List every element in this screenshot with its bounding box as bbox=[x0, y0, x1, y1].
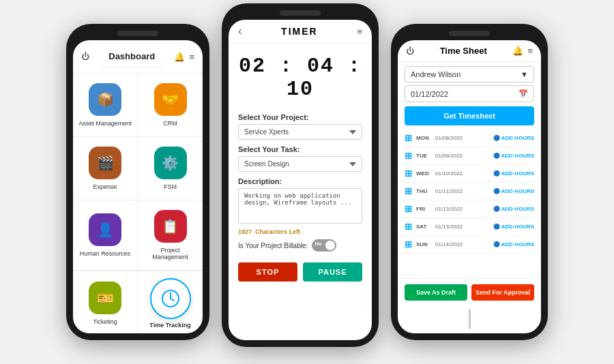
time-tracking-icon bbox=[150, 278, 191, 319]
day-thu: THU bbox=[416, 188, 435, 194]
day-wed: WED bbox=[416, 170, 435, 177]
fsm-icon: ⚙️ bbox=[154, 147, 187, 179]
day-mon: MON bbox=[416, 135, 435, 141]
ts-row-sat: ⊞ SAT 01/13/2022 🔵 ADD HOURS bbox=[398, 218, 541, 236]
task-select[interactable]: Screen Design bbox=[238, 156, 362, 172]
timesheet-footer: Save As Draft Send For Approval bbox=[398, 278, 541, 306]
plus-icon-mon[interactable]: ⊞ bbox=[405, 133, 412, 143]
power-icon[interactable]: ⏻ bbox=[81, 52, 89, 61]
grid-ticketing[interactable]: 🎫 Ticketing bbox=[73, 271, 138, 333]
desc-textarea[interactable]: Working on web application design, Wiref… bbox=[238, 188, 362, 224]
day-tue: TUE bbox=[416, 153, 435, 159]
timer-title: TIMER bbox=[281, 26, 318, 37]
add-hours-sun[interactable]: 🔵 ADD HOURS bbox=[493, 241, 534, 247]
plus-icon-wed[interactable]: ⊞ bbox=[405, 168, 412, 179]
chars-left: 1927 Characters Left bbox=[238, 228, 362, 235]
timesheet-rows: ⊞ MON 01/08/2022 🔵 ADD HOURS ⊞ TUE 01/09… bbox=[398, 130, 541, 278]
add-hours-tue[interactable]: 🔵 ADD HOURS bbox=[493, 153, 534, 159]
send-approval-button[interactable]: Send For Approval bbox=[471, 284, 534, 301]
date-input[interactable]: 01/12/2022 📅 bbox=[405, 85, 534, 102]
billable-label: Is Your Project Billable: bbox=[238, 242, 308, 249]
ts-row-wed: ⊞ WED 01/10/2022 🔵 ADD HOURS bbox=[398, 165, 541, 183]
project-label: Select Your Project: bbox=[238, 113, 362, 121]
grid-hr[interactable]: 👤 Human Resources bbox=[73, 200, 138, 271]
grid-asset-management[interactable]: 📦 Asset Management bbox=[73, 74, 138, 137]
expense-icon: 🎬 bbox=[89, 147, 121, 179]
add-hours-fri[interactable]: 🔵 ADD HOURS bbox=[493, 206, 534, 212]
user-dropdown[interactable]: Andrew Wilson ▼ bbox=[405, 66, 534, 82]
ts-row-thu: ⊞ THU 01/11/2022 🔵 ADD HOURS bbox=[398, 183, 541, 200]
phone-notch bbox=[117, 31, 158, 36]
chars-left-number: 1927 bbox=[238, 228, 252, 235]
day-sat: SAT bbox=[416, 224, 435, 230]
grid-time-tracking[interactable]: Time Tracking bbox=[138, 271, 203, 333]
crm-icon: 🤝 bbox=[154, 83, 187, 116]
add-hours-mon[interactable]: 🔵 ADD HOURS bbox=[493, 135, 534, 141]
menu-icon[interactable]: ≡ bbox=[189, 52, 194, 62]
add-hours-sat[interactable]: 🔵 ADD HOURS bbox=[493, 224, 534, 230]
time-tracking-label: Time Tracking bbox=[149, 322, 190, 329]
grid-fsm[interactable]: ⚙️ FSM bbox=[138, 137, 203, 200]
hr-label: Human Resources bbox=[80, 250, 131, 257]
phone-timer: ‹ TIMER ≡ 02 : 04 : 10 Select Your Proje… bbox=[222, 3, 379, 347]
day-sun: SUN bbox=[416, 241, 435, 247]
timer-menu-icon[interactable]: ≡ bbox=[357, 27, 362, 37]
plus-icon-fri[interactable]: ⊞ bbox=[405, 204, 412, 214]
phone-notch-3 bbox=[449, 31, 490, 36]
date-value: 01/12/2022 bbox=[411, 90, 448, 98]
plus-icon-tue[interactable]: ⊞ bbox=[405, 151, 412, 161]
timesheet-screen: ⏻ Time Sheet 🔔 ≡ Andrew Wilson ▼ 01/12/2… bbox=[398, 40, 541, 333]
toggle-no-label: No bbox=[315, 241, 322, 247]
ts-row-sun: ⊞ SUN 01/14/2022 🔵 ADD HOURS bbox=[398, 236, 541, 254]
save-draft-button[interactable]: Save As Draft bbox=[405, 284, 467, 301]
calendar-icon[interactable]: 📅 bbox=[518, 89, 528, 98]
ts-header-icons: 🔔 ≡ bbox=[512, 46, 533, 56]
phone-timesheet: ⏻ Time Sheet 🔔 ≡ Andrew Wilson ▼ 01/12/2… bbox=[391, 24, 548, 340]
pause-button[interactable]: PAUSE bbox=[303, 262, 362, 282]
get-timesheet-button[interactable]: Get Timesheet bbox=[405, 106, 534, 125]
billable-toggle[interactable]: No bbox=[312, 239, 336, 252]
timer-display: 02 : 04 : 10 bbox=[229, 44, 372, 108]
pm-label: Project Management bbox=[143, 247, 197, 260]
user-name: Andrew Wilson bbox=[411, 70, 460, 78]
toggle-knob bbox=[325, 241, 335, 250]
chars-left-label: Characters Left bbox=[255, 228, 300, 235]
dropdown-arrow: ▼ bbox=[521, 70, 528, 78]
ts-row-fri: ⊞ FRI 01/12/2022 🔵 ADD HOURS bbox=[398, 200, 541, 218]
header-icons: 🔔 ≡ bbox=[174, 52, 194, 62]
bottom-row: 🎫 Ticketing Time Tracking bbox=[73, 271, 203, 333]
dashboard-screen: ⏻ Dashboard 🔔 ≡ 📦 Asset Management 🤝 CRM bbox=[73, 40, 203, 333]
plus-icon-sun[interactable]: ⊞ bbox=[405, 239, 412, 249]
back-button[interactable]: ‹ bbox=[238, 25, 242, 37]
scroll-indicator bbox=[398, 306, 541, 333]
project-select[interactable]: Service Xperts bbox=[238, 124, 362, 140]
ticketing-label: Ticketing bbox=[93, 318, 117, 325]
hr-icon: 👤 bbox=[89, 213, 121, 246]
timer-buttons: STOP PAUSE bbox=[229, 257, 372, 287]
date-thu: 01/11/2022 bbox=[435, 188, 493, 194]
add-hours-wed[interactable]: 🔵 ADD HOURS bbox=[493, 170, 534, 177]
dashboard-grid: 📦 Asset Management 🤝 CRM 🎬 Expense ⚙️ FS… bbox=[73, 74, 203, 271]
crm-label: CRM bbox=[163, 120, 177, 127]
grid-crm[interactable]: 🤝 CRM bbox=[138, 74, 203, 137]
date-mon: 01/08/2022 bbox=[435, 135, 493, 141]
ticketing-icon: 🎫 bbox=[89, 282, 121, 314]
bell-icon[interactable]: 🔔 bbox=[174, 52, 185, 62]
ts-power-icon[interactable]: ⏻ bbox=[406, 46, 414, 56]
date-sat: 01/13/2022 bbox=[435, 224, 493, 230]
add-hours-thu[interactable]: 🔵 ADD HOURS bbox=[493, 188, 534, 194]
ts-row-tue: ⊞ TUE 01/09/2022 🔵 ADD HOURS bbox=[398, 147, 541, 165]
date-wed: 01/10/2022 bbox=[435, 170, 493, 177]
ts-menu-icon[interactable]: ≡ bbox=[527, 46, 533, 56]
ts-bell-icon[interactable]: 🔔 bbox=[512, 46, 523, 56]
date-fri: 01/12/2022 bbox=[435, 206, 493, 212]
date-tue: 01/09/2022 bbox=[435, 153, 493, 159]
grid-pm[interactable]: 📋 Project Management bbox=[138, 200, 203, 271]
phone-notch-2 bbox=[280, 10, 321, 16]
stop-button[interactable]: STOP bbox=[238, 262, 297, 282]
grid-expense[interactable]: 🎬 Expense bbox=[73, 137, 138, 200]
phones-container: ⏻ Dashboard 🔔 ≡ 📦 Asset Management 🤝 CRM bbox=[0, 0, 614, 364]
plus-icon-sat[interactable]: ⊞ bbox=[405, 222, 412, 232]
day-fri: FRI bbox=[416, 206, 435, 212]
plus-icon-thu[interactable]: ⊞ bbox=[405, 186, 412, 196]
